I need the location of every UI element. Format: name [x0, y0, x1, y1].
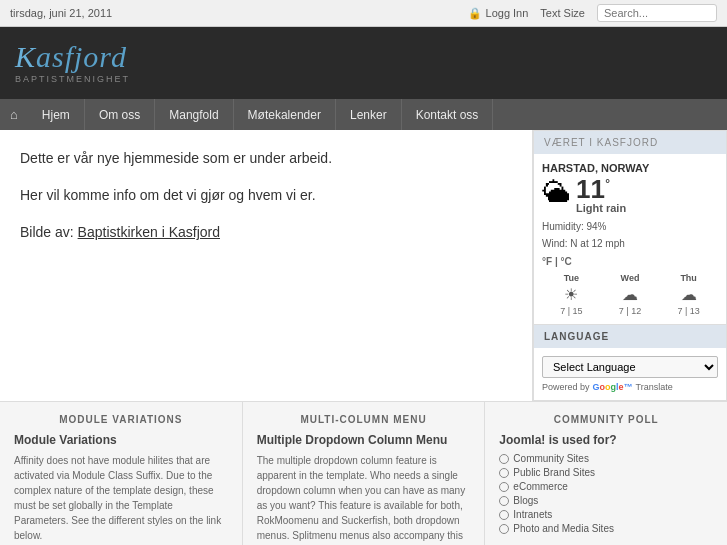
- poll-option-6: Photo and Media Sites: [499, 523, 713, 534]
- poll-option-2: Public Brand Sites: [499, 467, 713, 478]
- top-bar-right: 🔒 Logg Inn Text Size: [468, 4, 717, 22]
- community-poll-col: COMMUNITY POLL Joomla! is used for? Comm…: [485, 402, 727, 545]
- logo: Kasfjord BAPTISTMENIGHET: [15, 42, 130, 84]
- multi-column-header: MULTI-COLUMN MENU: [257, 414, 471, 425]
- top-bar: tirsdag, juni 21, 2011 🔒 Logg Inn Text S…: [0, 0, 727, 27]
- logo-text: Kasfjord: [15, 42, 130, 72]
- date-label: tirsdag, juni 21, 2011: [10, 7, 112, 19]
- language-widget: LANGUAGE Select Language Powered by Goog…: [533, 325, 727, 401]
- text-size-label: Text Size: [540, 7, 585, 19]
- baptistkirken-link[interactable]: Baptistkirken i Kasfjord: [78, 224, 220, 240]
- weather-condition: Light rain: [576, 202, 626, 214]
- forecast-tue: Tue ☀ 7 | 15: [560, 273, 582, 316]
- weather-icon: 🌥: [542, 176, 570, 209]
- weather-header: VÆRET I KASFJORD: [534, 131, 726, 154]
- weather-widget: VÆRET I KASFJORD HARSTAD, NORWAY 🌥 11° L…: [533, 130, 727, 325]
- lock-icon: 🔒: [468, 7, 482, 20]
- forecast-wed: Wed ☁ 7 | 12: [619, 273, 641, 316]
- content-para2: Her vil komme info om det vi gjør og hve…: [20, 185, 512, 206]
- weather-details: Humidity: 94% Wind: N at 12 mph: [542, 218, 718, 252]
- nav-item-lenker[interactable]: Lenker: [336, 99, 402, 130]
- module-variations-text: Affinity does not have module hilites th…: [14, 453, 228, 543]
- nav-item-hjem[interactable]: Hjem: [28, 99, 85, 130]
- content-para1: Dette er vår nye hjemmeside som er under…: [20, 148, 512, 169]
- community-poll-header: COMMUNITY POLL: [499, 414, 713, 425]
- temp-f-unit[interactable]: °F: [542, 256, 552, 267]
- weather-temp: 11: [576, 176, 605, 202]
- weather-condition-row: 🌥 11° Light rain: [542, 176, 718, 214]
- poll-option-4: Blogs: [499, 495, 713, 506]
- radio-5[interactable]: [499, 510, 509, 520]
- poll-option-1: Community Sites: [499, 453, 713, 464]
- nav-item-omoss[interactable]: Om oss: [85, 99, 155, 130]
- radio-2[interactable]: [499, 468, 509, 478]
- nav-item-motekalender[interactable]: Møtekalender: [234, 99, 336, 130]
- radio-6[interactable]: [499, 524, 509, 534]
- radio-3[interactable]: [499, 482, 509, 492]
- weather-body: HARSTAD, NORWAY 🌥 11° Light rain Humidit…: [534, 154, 726, 324]
- translate-label: Translate: [636, 382, 673, 392]
- module-variations-col: MODULE VARIATIONS Module Variations Affi…: [0, 402, 243, 545]
- weather-temp-unit: °: [605, 176, 610, 191]
- nav: ⌂ Hjem Om oss Mangfold Møtekalender Lenk…: [0, 99, 727, 130]
- weather-city: HARSTAD, NORWAY: [542, 162, 718, 174]
- weather-units: °F | °C: [542, 256, 718, 267]
- content-para3: Bilde av: Baptistkirken i Kasfjord: [20, 222, 512, 243]
- header: Kasfjord BAPTISTMENIGHET: [0, 27, 727, 99]
- sidebar: VÆRET I KASFJORD HARSTAD, NORWAY 🌥 11° L…: [532, 130, 727, 401]
- multi-column-title: Multiple Dropdown Column Menu: [257, 433, 471, 447]
- forecast-thu: Thu ☁ 7 | 13: [677, 273, 699, 316]
- main-layout: Dette er vår nye hjemmeside som er under…: [0, 130, 727, 401]
- multi-column-menu-col: MULTI-COLUMN MENU Multiple Dropdown Colu…: [243, 402, 486, 545]
- bottom-section: MODULE VARIATIONS Module Variations Affi…: [0, 401, 727, 545]
- search-input[interactable]: [597, 4, 717, 22]
- powered-by-label: Powered by: [542, 382, 590, 392]
- module-variations-title: Module Variations: [14, 433, 228, 447]
- language-header: LANGUAGE: [534, 325, 726, 348]
- poll-question: Joomla! is used for?: [499, 433, 713, 447]
- weather-forecast: Tue ☀ 7 | 15 Wed ☁ 7 | 12 Thu ☁ 7 | 13: [542, 273, 718, 316]
- nav-item-kontakt[interactable]: Kontakt oss: [402, 99, 494, 130]
- module-variations-header: MODULE VARIATIONS: [14, 414, 228, 425]
- language-select[interactable]: Select Language: [542, 356, 718, 378]
- weather-temp-block: 11° Light rain: [576, 176, 626, 214]
- google-logo: Google™: [593, 382, 633, 392]
- language-body: Select Language Powered by Google™ Trans…: [534, 348, 726, 400]
- login-link[interactable]: 🔒 Logg Inn: [468, 7, 529, 20]
- logo-subtitle: BAPTISTMENIGHET: [15, 74, 130, 84]
- radio-1[interactable]: [499, 454, 509, 464]
- home-nav-icon[interactable]: ⌂: [0, 99, 28, 130]
- poll-options: Community Sites Public Brand Sites eComm…: [499, 453, 713, 534]
- poll-option-5: Intranets: [499, 509, 713, 520]
- content-area: Dette er vår nye hjemmeside som er under…: [0, 130, 532, 401]
- multi-column-text: The multiple dropdown column feature is …: [257, 453, 471, 545]
- nav-item-mangfold[interactable]: Mangfold: [155, 99, 233, 130]
- poll-option-3: eCommerce: [499, 481, 713, 492]
- radio-4[interactable]: [499, 496, 509, 506]
- temp-c-unit[interactable]: °C: [560, 256, 571, 267]
- google-translate-row: Powered by Google™ Translate: [542, 382, 718, 392]
